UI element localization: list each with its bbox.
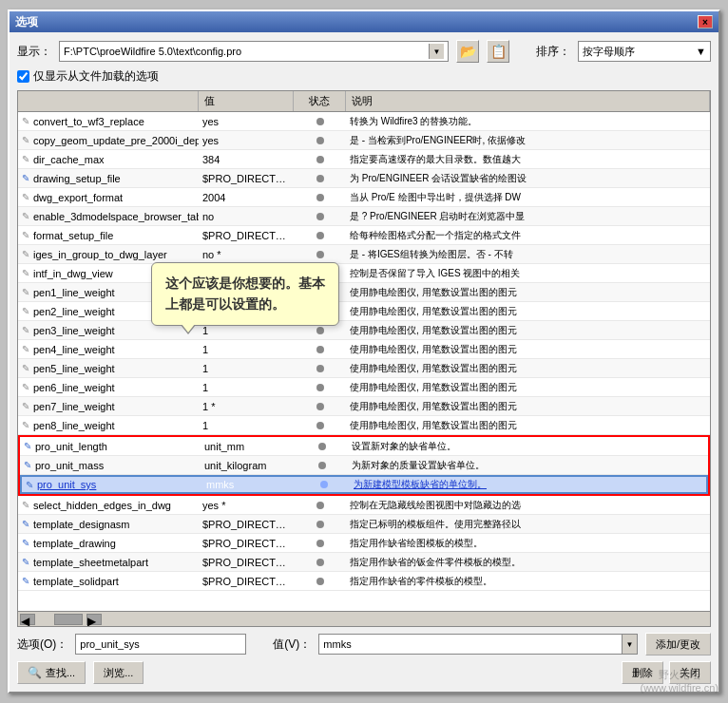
row-state (294, 155, 346, 164)
row-state (294, 421, 346, 430)
pencil-blue-icon: ✎ (22, 173, 29, 183)
row-value: $PRO_DIRECTORY\tem... (199, 556, 294, 569)
row-desc: 指定要高速缓存的最大目录数。数值越大 (346, 152, 710, 167)
row-name: dir_cache_max (33, 154, 105, 165)
open-file-button[interactable]: 📂 (456, 40, 479, 63)
table-row[interactable]: ✎pro_unit_massunit_kilogram为新对象的质量设置缺省单位… (20, 456, 708, 475)
scroll-thumb[interactable] (54, 614, 83, 625)
row-name: template_drawing (33, 538, 116, 549)
row-state (297, 480, 350, 489)
sort-label: 排序： (536, 44, 570, 60)
row-desc: 是 ? Pro/ENGINEER 启动时在浏览器中显 (346, 209, 710, 224)
table-row[interactable]: ✎pro_unit_sysmmks为新建模型模板缺省的单位制。 (20, 475, 708, 494)
row-state (294, 193, 346, 202)
row-name: pro_unit_mass (35, 460, 104, 471)
row-name: template_sheetmetalpart (33, 557, 148, 568)
pencil-icon: ✎ (22, 325, 29, 335)
search-icon: 🔍 (28, 666, 42, 679)
row-value: 1 (199, 419, 294, 432)
table-row[interactable]: ✎dwg_export_format2004当从 Pro/E 绘图中导出时，提供… (18, 188, 710, 207)
row-desc: 使用静电绘图仪, 用笔数设置出图的图元 (346, 304, 710, 319)
folder-icon: 📂 (460, 44, 476, 59)
browse-button[interactable]: 浏览... (93, 661, 144, 684)
path-combo-arrow[interactable]: ▼ (429, 44, 444, 59)
table-row[interactable]: ✎template_solidpart$PRO_DIRECTORY\tem...… (18, 572, 710, 591)
row-state (294, 577, 346, 586)
dialog: 选项 × 显示： F:\PTC\proeWildfire 5.0\text\co… (8, 10, 720, 694)
path-combo[interactable]: F:\PTC\proeWildfire 5.0\text\config.pro … (59, 41, 449, 62)
row-name: format_setup_file (33, 230, 113, 241)
table-row[interactable]: ✎intf_in_dwg_view2d_views *控制是否保留了导入 IGE… (18, 264, 710, 283)
value-combo-arrow[interactable]: ▼ (623, 634, 638, 655)
table-row[interactable]: ✎convert_to_wf3_replaceyes转换为 Wildfire3 … (18, 112, 710, 131)
table-row[interactable]: ✎pen1_line_weight1使用静电绘图仪, 用笔数设置出图的图元 (18, 283, 710, 302)
pencil-icon: ✎ (22, 500, 29, 510)
table-row[interactable]: ✎dir_cache_max384指定要高速缓存的最大目录数。数值越大 (18, 150, 710, 169)
table-row[interactable]: ✎select_hidden_edges_in_dwgyes *控制在无隐藏线绘… (18, 496, 710, 515)
col-name (18, 91, 199, 111)
row-desc: 当从 Pro/E 绘图中导出时，提供选择 DW (346, 190, 710, 205)
row-state (294, 345, 346, 354)
row-state (294, 136, 346, 145)
table-row[interactable]: ✎template_designasm$PRO_DIRECTORY\tem...… (18, 515, 710, 534)
row-value: 1 (199, 381, 294, 394)
table-row[interactable]: ✎copy_geom_update_pre_2000i_depyes是 - 当检… (18, 131, 710, 150)
row-value: unit_kilogram (201, 459, 296, 472)
horizontal-scrollbar[interactable]: ◀ ▶ (18, 611, 710, 626)
option-input[interactable] (75, 634, 246, 655)
pencil-icon: ✎ (22, 401, 29, 411)
value-input[interactable] (318, 634, 623, 655)
table-row[interactable]: ✎pen4_line_weight1使用静电绘图仪, 用笔数设置出图的图元 (18, 340, 710, 359)
table-row[interactable]: ✎pen5_line_weight1使用静电绘图仪, 用笔数设置出图的图元 (18, 359, 710, 378)
row-name: pro_unit_length (35, 441, 107, 452)
search-button[interactable]: 🔍 查找... (17, 661, 86, 684)
sort-combo[interactable]: 按字母顺序 ▼ (578, 41, 711, 62)
table-row[interactable]: ✎pen6_line_weight1使用静电绘图仪, 用笔数设置出图的图元 (18, 378, 710, 397)
pencil-blue-icon: ✎ (24, 460, 31, 470)
filter-checkbox[interactable] (17, 70, 29, 83)
table-row[interactable]: ✎pen8_line_weight1使用静电绘图仪, 用笔数设置出图的图元 (18, 416, 710, 435)
row-desc: 转换为 Wildfire3 的替换功能。 (346, 114, 710, 129)
row-value: no * (199, 248, 294, 261)
row-value: $PRO_DIRECTORY\tem... (199, 575, 294, 588)
option-row: 选项(O)： 值(V)： ▼ 添加/更改 (17, 633, 711, 656)
row-desc: 为新建模型模板缺省的单位制。 (350, 477, 706, 492)
display-row: 显示： F:\PTC\proeWildfire 5.0\text\config.… (17, 40, 711, 63)
table-row[interactable]: ✎drawing_setup_file$PRO_DIRECTORY\tex...… (18, 169, 710, 188)
row-state (294, 501, 346, 510)
row-desc: 使用静电绘图仪, 用笔数设置出图的图元 (346, 418, 710, 433)
table-row[interactable]: ✎format_setup_file$PRO_DIRECTORY\tex...给… (18, 226, 710, 245)
row-value: yes (199, 115, 294, 128)
table-row[interactable]: ✎pro_unit_lengthunit_mm设置新对象的缺省单位。 (20, 437, 708, 456)
red-border-group: ✎pro_unit_lengthunit_mm设置新对象的缺省单位。✎pro_u… (18, 435, 710, 496)
add-change-button[interactable]: 添加/更改 (645, 633, 711, 656)
row-value: $PRO_DIRECTORY\tex... (199, 229, 294, 242)
table-row[interactable]: ✎pen2_line_weight1 *使用静电绘图仪, 用笔数设置出图的图元 (18, 302, 710, 321)
row-state (294, 231, 346, 240)
table-row[interactable]: ✎pen7_line_weight1 *使用静电绘图仪, 用笔数设置出图的图元 (18, 397, 710, 416)
row-name: select_hidden_edges_in_dwg (33, 500, 171, 511)
display-label: 显示： (17, 44, 51, 60)
scroll-right[interactable]: ▶ (86, 614, 102, 625)
row-state (294, 539, 346, 548)
row-name: intf_in_dwg_view (33, 268, 113, 279)
row-name: enable_3dmodelspace_browser_tab (33, 211, 199, 222)
row-name: copy_geom_update_pre_2000i_dep (33, 135, 199, 146)
value-combo[interactable]: ▼ (318, 634, 638, 655)
watermark: 野火论坛 (www.wildfire.cn) (640, 668, 718, 694)
options-table: 值 状态 说明 ✎convert_to_wf3_replaceyes转换为 Wi… (17, 90, 711, 627)
copy-button[interactable]: 📋 (487, 40, 509, 63)
col-desc: 说明 (346, 91, 710, 111)
row-name: drawing_setup_file (33, 173, 121, 184)
close-button[interactable]: × (698, 15, 713, 28)
table-row[interactable]: ✎template_drawing$PRO_DIRECTORY\tem...指定… (18, 534, 710, 553)
dialog-title: 选项 (15, 14, 38, 30)
table-row[interactable]: ✎template_sheetmetalpart$PRO_DIRECTORY\t… (18, 553, 710, 572)
table-row[interactable]: ✎enable_3dmodelspace_browser_tabno是 ? Pr… (18, 207, 710, 226)
row-state (294, 402, 346, 411)
search-label: 查找... (46, 666, 75, 680)
table-row[interactable]: ✎pen3_line_weight1使用静电绘图仪, 用笔数设置出图的图元 (18, 321, 710, 340)
pencil-blue-icon: ✎ (26, 480, 33, 490)
table-row[interactable]: ✎iges_in_group_to_dwg_layerno *是 - 将IGES… (18, 245, 710, 264)
scroll-left[interactable]: ◀ (20, 614, 35, 625)
